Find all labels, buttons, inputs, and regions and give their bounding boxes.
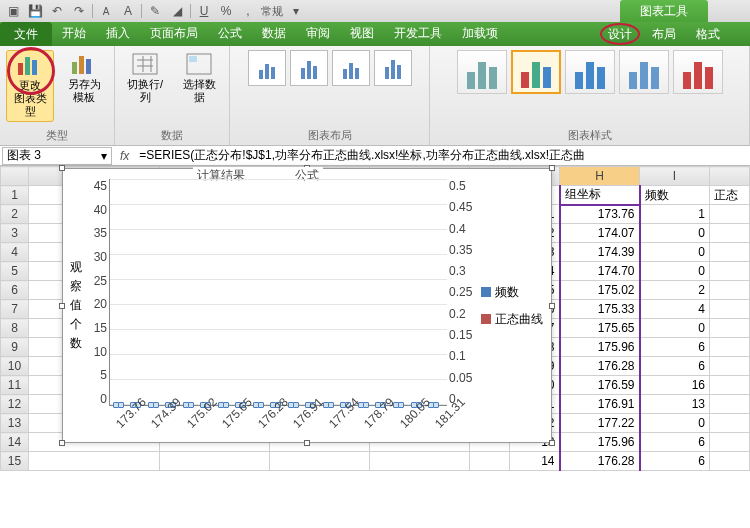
plot-area[interactable]: 173.76174.39175.02175.65176.28176.91177.…	[109, 179, 447, 406]
chart-bars	[110, 179, 447, 405]
switch-icon	[131, 52, 159, 76]
formula-bar: 图表 3 ▾ fx =SERIES(正态分布!$J$1,功率分布正态曲线.xls…	[0, 146, 750, 166]
resize-handle[interactable]	[549, 440, 555, 446]
save-as-template-button[interactable]: 另存为 模板	[60, 50, 108, 106]
y-axis-left: 454035302520151050	[83, 175, 109, 436]
legend-item: 频数	[481, 284, 545, 301]
worksheet-grid[interactable]: B C D E F G H I 1 计算结果 公式 组 组坐标 频数 正态 21…	[0, 166, 750, 471]
tab-view[interactable]: 视图	[340, 21, 384, 46]
layout-option[interactable]	[374, 50, 412, 86]
ribbon: 更改 图表类型 另存为 模板 类型 切换行/列 选择数据 数据	[0, 46, 750, 146]
formula-input[interactable]: =SERIES(正态分布!$J$1,功率分布正态曲线.xlsx!坐标,功率分布正…	[135, 147, 750, 164]
font-increase-icon[interactable]: A	[119, 2, 137, 20]
chart-type-icon	[16, 53, 44, 77]
underline-icon[interactable]: U	[195, 2, 213, 20]
percent-icon[interactable]: %	[217, 2, 235, 20]
tab-addins[interactable]: 加载项	[452, 21, 508, 46]
chart-layout-gallery[interactable]	[248, 50, 412, 126]
svg-rect-1	[25, 57, 30, 75]
tab-design[interactable]: 设计	[598, 22, 642, 46]
tab-developer[interactable]: 开发工具	[384, 21, 452, 46]
svg-rect-5	[86, 59, 91, 74]
y-axis-title-left: 观察值个数	[69, 175, 83, 436]
name-box-value: 图表 3	[7, 147, 41, 164]
tab-data[interactable]: 数据	[252, 21, 296, 46]
style-option[interactable]	[565, 50, 615, 94]
style-option-selected[interactable]	[511, 50, 561, 94]
save-icon[interactable]: 💾	[26, 2, 44, 20]
ribbon-group-layout: 图表布局	[230, 46, 430, 145]
tab-format[interactable]: 格式	[686, 22, 730, 46]
select-data-icon	[185, 52, 213, 76]
tab-formulas[interactable]: 公式	[208, 21, 252, 46]
resize-handle[interactable]	[304, 440, 310, 446]
layout-option[interactable]	[248, 50, 286, 86]
legend-item: 正态曲线	[481, 311, 545, 328]
style-option[interactable]	[619, 50, 669, 94]
ribbon-tabs: 文件 开始 插入 页面布局 公式 数据 审阅 视图 开发工具 加载项 图表工具 …	[0, 22, 750, 46]
redo-icon[interactable]: ↷	[70, 2, 88, 20]
style-option[interactable]	[457, 50, 507, 94]
ribbon-group-data: 切换行/列 选择数据 数据	[115, 46, 230, 145]
chart-legend[interactable]: 频数 正态曲线	[475, 175, 545, 436]
group-label-type: 类型	[46, 128, 68, 143]
group-label-layout: 图表布局	[308, 128, 352, 143]
col-header[interactable]	[710, 167, 750, 186]
tab-page-layout[interactable]: 页面布局	[140, 21, 208, 46]
name-box[interactable]: 图表 3 ▾	[2, 147, 112, 165]
ribbon-group-style: 图表样式	[430, 46, 750, 145]
resize-handle[interactable]	[59, 165, 65, 171]
ribbon-group-type: 更改 图表类型 另存为 模板 类型	[0, 46, 115, 145]
template-icon	[70, 52, 98, 76]
table-row[interactable]: 1514176.286	[1, 452, 750, 471]
chart-tools-context: 图表工具 设计 布局 格式	[598, 0, 730, 46]
select-data-button[interactable]: 选择数据	[175, 50, 223, 106]
svg-rect-8	[189, 56, 197, 62]
excel-icon: ▣	[4, 2, 22, 20]
font-decrease-icon[interactable]: A	[97, 2, 115, 20]
svg-rect-0	[18, 63, 23, 75]
tab-insert[interactable]: 插入	[96, 21, 140, 46]
switch-row-col-button[interactable]: 切换行/列	[121, 50, 169, 106]
resize-handle[interactable]	[549, 165, 555, 171]
format-painter-icon[interactable]: ✎	[146, 2, 164, 20]
tab-home[interactable]: 开始	[52, 21, 96, 46]
layout-option[interactable]	[290, 50, 328, 86]
save-template-label: 另存为 模板	[68, 78, 101, 104]
resize-handle[interactable]	[59, 303, 65, 309]
group-label-style: 图表样式	[568, 128, 612, 143]
number-format[interactable]: 常规	[261, 2, 283, 20]
group-label-data: 数据	[161, 128, 183, 143]
x-axis-labels: 173.76174.39175.02175.65176.28176.91177.…	[110, 421, 447, 435]
change-chart-type-button[interactable]: 更改 图表类型	[6, 50, 54, 122]
dropdown-icon[interactable]: ▾	[287, 2, 305, 20]
tab-review[interactable]: 审阅	[296, 21, 340, 46]
col-header[interactable]: I	[640, 167, 710, 186]
svg-rect-4	[79, 56, 84, 74]
svg-rect-2	[32, 60, 37, 75]
fx-icon[interactable]: fx	[114, 149, 135, 163]
dropdown-icon[interactable]: ▾	[101, 149, 107, 163]
svg-rect-6	[133, 54, 157, 74]
svg-rect-3	[72, 62, 77, 74]
embedded-chart[interactable]: 计算结果公式 观察值个数 454035302520151050 173.7617…	[62, 168, 552, 443]
undo-icon[interactable]: ↶	[48, 2, 66, 20]
switch-label: 切换行/列	[125, 78, 165, 104]
fill-color-icon[interactable]: ◢	[168, 2, 186, 20]
file-tab[interactable]: 文件	[0, 22, 52, 46]
style-option[interactable]	[673, 50, 723, 94]
select-all[interactable]	[1, 167, 29, 186]
tab-layout[interactable]: 布局	[642, 22, 686, 46]
resize-handle[interactable]	[549, 303, 555, 309]
layout-option[interactable]	[332, 50, 370, 86]
comma-icon[interactable]: ,	[239, 2, 257, 20]
select-data-label: 选择数据	[179, 78, 219, 104]
change-chart-type-label: 更改 图表类型	[11, 79, 49, 119]
resize-handle[interactable]	[59, 440, 65, 446]
col-header-selected[interactable]: H	[560, 167, 640, 186]
chart-style-gallery[interactable]	[457, 50, 723, 126]
chart-tools-label: 图表工具	[620, 0, 708, 22]
